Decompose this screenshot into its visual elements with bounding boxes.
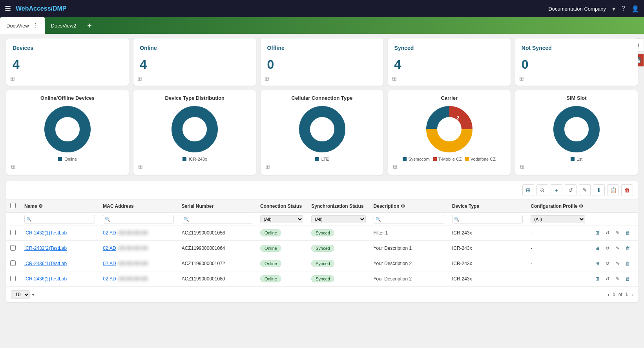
stat-icon-synced[interactable]: ⊞ bbox=[392, 75, 397, 82]
filter-config-select[interactable]: (All) bbox=[531, 215, 585, 223]
page-separator: of bbox=[618, 292, 622, 297]
filter-desc-input[interactable] bbox=[381, 216, 442, 222]
donut-device-type: 4 bbox=[171, 106, 218, 153]
chart-icon-carrier[interactable]: ⊞ bbox=[393, 163, 398, 170]
legend-cellular: LTE bbox=[315, 157, 329, 161]
mac-link-3[interactable]: 02:AD bbox=[103, 276, 116, 282]
stat-icon-online[interactable]: ⊞ bbox=[137, 75, 142, 82]
stat-title-not-synced: Not Synced bbox=[522, 45, 631, 51]
export-button[interactable]: 📋 bbox=[607, 184, 619, 196]
select-all-checkbox[interactable] bbox=[10, 203, 16, 208]
row-refresh-button-1[interactable]: ↺ bbox=[603, 244, 612, 253]
row-edit-button-1[interactable]: ✎ bbox=[613, 244, 622, 253]
chevron-down-icon[interactable]: ▾ bbox=[612, 5, 615, 13]
chart-carrier: Carrier 2 bbox=[388, 90, 511, 175]
row-name-1: ICR-2432(2)TestLab bbox=[20, 241, 99, 256]
device-link-2[interactable]: ICR-2436(1)TestLab bbox=[24, 261, 67, 266]
device-link-1[interactable]: ICR-2432(2)TestLab bbox=[24, 245, 67, 251]
filter-sync-select[interactable]: (All) bbox=[311, 215, 365, 223]
legend-dot-online bbox=[58, 157, 62, 161]
refresh-button[interactable]: ↺ bbox=[565, 184, 576, 196]
filter-serial-input[interactable] bbox=[189, 216, 250, 222]
row-select-3[interactable] bbox=[10, 276, 16, 281]
search-icon-serial: 🔍 bbox=[184, 217, 189, 222]
tab-docsview2[interactable]: DocsView2 bbox=[45, 17, 83, 34]
row-delete-button-2[interactable]: 🗑 bbox=[624, 259, 632, 268]
row-select-0[interactable] bbox=[10, 230, 16, 235]
legend-text-vodafone: Vodafone CZ bbox=[471, 157, 496, 161]
prev-page-button[interactable]: ‹ bbox=[608, 291, 609, 298]
filter-mac-input[interactable] bbox=[110, 216, 171, 222]
delete-button[interactable]: 🗑 bbox=[621, 184, 633, 196]
filter-connection-select[interactable]: (All) bbox=[260, 215, 303, 223]
row-refresh-button-2[interactable]: ↺ bbox=[603, 259, 612, 268]
sync-badge-3: Synced bbox=[311, 275, 334, 282]
filter-name-input[interactable] bbox=[32, 216, 93, 222]
page-size-select[interactable]: 10 25 50 bbox=[11, 290, 30, 299]
next-page-button[interactable]: › bbox=[631, 291, 633, 298]
row-detail-button-3[interactable]: ⊞ bbox=[593, 275, 602, 283]
help-icon[interactable]: ? bbox=[622, 5, 625, 12]
mac-link-0[interactable]: 02:AD bbox=[103, 230, 116, 236]
row-device-type-3: ICR-243x bbox=[448, 271, 527, 287]
filter-button[interactable]: ⊘ bbox=[536, 184, 548, 196]
col-mac: MAC Address bbox=[99, 200, 177, 213]
donut-label-device-type: 4 bbox=[193, 125, 197, 134]
stat-card-online: Online 4 ⊞ bbox=[133, 38, 256, 86]
row-name-3: ICR-2436(2)TestLab bbox=[20, 271, 99, 287]
row-mac-2: 02:AD :XX:XX:XX:XX bbox=[99, 256, 177, 271]
stat-value-devices: 4 bbox=[13, 57, 122, 72]
row-detail-button-2[interactable]: ⊞ bbox=[593, 259, 602, 268]
stat-icon-offline[interactable]: ⊞ bbox=[265, 75, 269, 82]
mac-link-1[interactable]: 02:AD bbox=[103, 245, 116, 251]
stat-icon-not-synced[interactable]: ⊞ bbox=[519, 75, 524, 82]
device-link-0[interactable]: ICR-2432(1)TestLab bbox=[24, 230, 67, 236]
tab-bar: DocsView ⋮ DocsView2 + bbox=[0, 17, 644, 34]
row-select-1[interactable] bbox=[10, 245, 16, 251]
tab-docsview[interactable]: DocsView ⋮ bbox=[0, 17, 45, 34]
tab-menu-icon[interactable]: ⋮ bbox=[32, 22, 38, 29]
row-config-2: - bbox=[527, 256, 589, 271]
column-selector-button[interactable]: ⊞ bbox=[522, 184, 534, 196]
row-detail-button-1[interactable]: ⊞ bbox=[593, 244, 602, 253]
chart-icon-sim-slot[interactable]: ⊞ bbox=[520, 163, 525, 170]
edit-button[interactable]: ✎ bbox=[579, 184, 591, 196]
col-serial: Serial Number bbox=[178, 200, 256, 213]
row-serial-0: ACZ1199000001056 bbox=[178, 225, 256, 241]
chart-icon-device-type[interactable]: ⊞ bbox=[138, 163, 143, 170]
row-edit-button-2[interactable]: ✎ bbox=[613, 259, 622, 268]
table-header-row: Name ⚙ MAC Address Serial Number Connect… bbox=[6, 200, 638, 213]
row-detail-button-0[interactable]: ⊞ bbox=[593, 229, 602, 237]
chart-icon-cellular[interactable]: ⊞ bbox=[265, 163, 270, 170]
row-delete-button-0[interactable]: 🗑 bbox=[624, 229, 632, 237]
row-serial-1: ACZ1199000001064 bbox=[178, 241, 256, 256]
row-delete-button-3[interactable]: 🗑 bbox=[624, 275, 632, 283]
sync-badge-2: Synced bbox=[311, 260, 334, 267]
mac-blur-2: :XX:XX:XX:XX bbox=[117, 261, 148, 266]
hamburger-icon[interactable]: ☰ bbox=[5, 4, 11, 13]
stat-icon-devices[interactable]: ⊞ bbox=[10, 75, 15, 82]
chart-cards-row: Online/Offline Devices 4 Online ⊞ Device… bbox=[6, 90, 638, 175]
row-refresh-button-3[interactable]: ↺ bbox=[603, 275, 612, 283]
mac-link-2[interactable]: 02:AD bbox=[103, 261, 116, 266]
chart-icon-online-offline[interactable]: ⊞ bbox=[11, 163, 16, 170]
row-edit-button-3[interactable]: ✎ bbox=[613, 275, 622, 283]
total-pages: 1 bbox=[626, 292, 628, 297]
row-action-buttons-1: ⊞ ↺ ✎ 🗑 bbox=[593, 244, 634, 253]
download-button[interactable]: ⬇ bbox=[593, 184, 605, 196]
user-icon[interactable]: 👤 bbox=[631, 5, 639, 13]
row-delete-button-1[interactable]: 🗑 bbox=[624, 244, 632, 253]
stat-card-offline: Offline 0 ⊞ bbox=[261, 38, 383, 86]
connection-badge-0: Online bbox=[260, 229, 281, 236]
row-device-type-1: ICR-243x bbox=[448, 241, 527, 256]
filter-device-type-input[interactable] bbox=[460, 216, 521, 222]
row-select-2[interactable] bbox=[10, 260, 16, 266]
stat-title-online: Online bbox=[140, 45, 250, 51]
add-device-button[interactable]: + bbox=[551, 184, 562, 196]
row-edit-button-0[interactable]: ✎ bbox=[613, 229, 622, 237]
table-row: ICR-2432(1)TestLab 02:AD :XX:XX:XX:XX AC… bbox=[6, 225, 638, 241]
device-link-3[interactable]: ICR-2436(2)TestLab bbox=[24, 276, 67, 282]
device-table-section: ⊞ ⊘ + ↺ ✎ ⬇ 📋 🗑 Name ⚙ MAC Address Seria… bbox=[6, 181, 638, 302]
add-tab-button[interactable]: + bbox=[82, 17, 97, 34]
row-refresh-button-0[interactable]: ↺ bbox=[603, 229, 612, 237]
